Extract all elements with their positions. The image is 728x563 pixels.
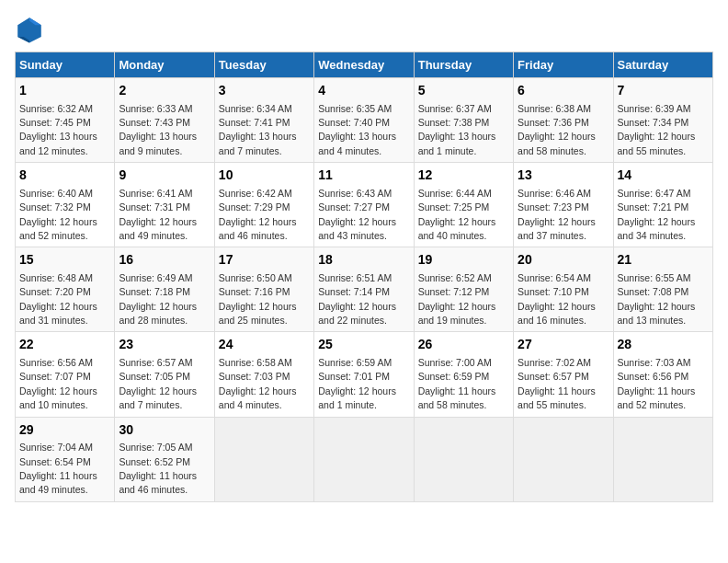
day-number: 7: [618, 82, 709, 100]
day-number: 20: [518, 251, 609, 270]
day-info: Sunrise: 6:41 AMSunset: 7:31 PMDaylight:…: [119, 188, 197, 241]
day-number: 5: [418, 82, 509, 100]
calendar-cell: 26 Sunrise: 7:00 AMSunset: 6:59 PMDaylig…: [414, 332, 513, 417]
day-number: 18: [318, 251, 409, 270]
col-tuesday: Tuesday: [214, 52, 313, 78]
day-number: 1: [19, 82, 110, 100]
day-number: 29: [19, 421, 110, 440]
calendar-cell: 9 Sunrise: 6:41 AMSunset: 7:31 PMDayligh…: [115, 163, 214, 247]
day-number: 12: [418, 167, 509, 185]
calendar-cell: 8 Sunrise: 6:40 AMSunset: 7:32 PMDayligh…: [16, 163, 115, 247]
calendar-week-row: 15 Sunrise: 6:48 AMSunset: 7:20 PMDaylig…: [16, 247, 713, 332]
day-info: Sunrise: 6:37 AMSunset: 7:38 PMDaylight:…: [418, 103, 496, 156]
calendar-week-row: 29 Sunrise: 7:04 AMSunset: 6:54 PMDaylig…: [16, 417, 713, 501]
calendar-cell: [414, 417, 513, 501]
day-number: 25: [318, 336, 409, 354]
calendar-cell: 24 Sunrise: 6:58 AMSunset: 7:03 PMDaylig…: [214, 332, 313, 417]
day-info: Sunrise: 7:04 AMSunset: 6:54 PMDaylight:…: [19, 442, 97, 495]
day-number: 24: [219, 336, 310, 354]
day-info: Sunrise: 6:55 AMSunset: 7:08 PMDaylight:…: [618, 272, 696, 326]
calendar-cell: 19 Sunrise: 6:52 AMSunset: 7:12 PMDaylig…: [414, 247, 513, 332]
calendar-table: Sunday Monday Tuesday Wednesday Thursday…: [15, 52, 713, 502]
calendar-cell: 23 Sunrise: 6:57 AMSunset: 7:05 PMDaylig…: [115, 332, 214, 417]
day-number: 9: [119, 167, 210, 185]
calendar-cell: 4 Sunrise: 6:35 AMSunset: 7:40 PMDayligh…: [314, 78, 414, 163]
day-info: Sunrise: 6:33 AMSunset: 7:43 PMDaylight:…: [119, 103, 197, 156]
day-number: 14: [618, 167, 709, 185]
calendar-cell: 21 Sunrise: 6:55 AMSunset: 7:08 PMDaylig…: [613, 247, 712, 332]
calendar-cell: 17 Sunrise: 6:50 AMSunset: 7:16 PMDaylig…: [214, 247, 313, 332]
calendar-cell: 25 Sunrise: 6:59 AMSunset: 7:01 PMDaylig…: [314, 332, 414, 417]
calendar-cell: 1 Sunrise: 6:32 AMSunset: 7:45 PMDayligh…: [16, 78, 115, 163]
logo: [15, 15, 48, 44]
day-number: 13: [518, 167, 609, 185]
calendar-cell: [314, 417, 414, 501]
day-info: Sunrise: 6:38 AMSunset: 7:36 PMDaylight:…: [518, 103, 596, 156]
day-info: Sunrise: 6:51 AMSunset: 7:14 PMDaylight:…: [318, 272, 396, 326]
day-number: 30: [119, 421, 210, 440]
calendar-cell: 29 Sunrise: 7:04 AMSunset: 6:54 PMDaylig…: [16, 417, 115, 501]
day-info: Sunrise: 6:57 AMSunset: 7:05 PMDaylight:…: [119, 357, 197, 410]
calendar-cell: 10 Sunrise: 6:42 AMSunset: 7:29 PMDaylig…: [214, 163, 313, 247]
day-info: Sunrise: 6:50 AMSunset: 7:16 PMDaylight:…: [219, 272, 297, 326]
calendar-cell: [514, 417, 613, 501]
day-info: Sunrise: 6:52 AMSunset: 7:12 PMDaylight:…: [418, 272, 496, 326]
calendar-cell: 2 Sunrise: 6:33 AMSunset: 7:43 PMDayligh…: [115, 78, 214, 163]
day-number: 3: [219, 82, 310, 100]
calendar-cell: 18 Sunrise: 6:51 AMSunset: 7:14 PMDaylig…: [314, 247, 414, 332]
day-info: Sunrise: 6:40 AMSunset: 7:32 PMDaylight:…: [19, 188, 97, 241]
col-sunday: Sunday: [16, 52, 115, 78]
col-friday: Friday: [514, 52, 613, 78]
day-info: Sunrise: 7:00 AMSunset: 6:59 PMDaylight:…: [418, 357, 496, 410]
day-number: 16: [119, 251, 210, 270]
day-info: Sunrise: 6:34 AMSunset: 7:41 PMDaylight:…: [219, 103, 297, 156]
day-number: 6: [518, 82, 609, 100]
day-info: Sunrise: 6:35 AMSunset: 7:40 PMDaylight:…: [318, 103, 396, 156]
calendar-cell: 7 Sunrise: 6:39 AMSunset: 7:34 PMDayligh…: [613, 78, 712, 163]
calendar-cell: 28 Sunrise: 7:03 AMSunset: 6:56 PMDaylig…: [613, 332, 712, 417]
calendar-cell: 27 Sunrise: 7:02 AMSunset: 6:57 PMDaylig…: [514, 332, 613, 417]
calendar-cell: 20 Sunrise: 6:54 AMSunset: 7:10 PMDaylig…: [514, 247, 613, 332]
calendar-cell: 3 Sunrise: 6:34 AMSunset: 7:41 PMDayligh…: [214, 78, 313, 163]
col-saturday: Saturday: [613, 52, 712, 78]
day-info: Sunrise: 7:03 AMSunset: 6:56 PMDaylight:…: [618, 357, 696, 410]
page-header: [15, 15, 713, 44]
day-number: 2: [119, 82, 210, 100]
calendar-cell: 22 Sunrise: 6:56 AMSunset: 7:07 PMDaylig…: [16, 332, 115, 417]
day-info: Sunrise: 6:48 AMSunset: 7:20 PMDaylight:…: [19, 272, 97, 326]
day-info: Sunrise: 6:46 AMSunset: 7:23 PMDaylight:…: [518, 188, 596, 241]
calendar-cell: 13 Sunrise: 6:46 AMSunset: 7:23 PMDaylig…: [514, 163, 613, 247]
day-number: 27: [518, 336, 609, 354]
calendar-week-row: 22 Sunrise: 6:56 AMSunset: 7:07 PMDaylig…: [16, 332, 713, 417]
day-number: 4: [318, 82, 409, 100]
day-number: 26: [418, 336, 509, 354]
day-number: 28: [618, 336, 709, 354]
calendar-cell: 5 Sunrise: 6:37 AMSunset: 7:38 PMDayligh…: [414, 78, 513, 163]
day-info: Sunrise: 7:05 AMSunset: 6:52 PMDaylight:…: [119, 442, 197, 495]
logo-icon: [15, 15, 44, 44]
calendar-cell: 14 Sunrise: 6:47 AMSunset: 7:21 PMDaylig…: [613, 163, 712, 247]
day-info: Sunrise: 6:39 AMSunset: 7:34 PMDaylight:…: [618, 103, 696, 156]
day-info: Sunrise: 6:44 AMSunset: 7:25 PMDaylight:…: [418, 188, 496, 241]
col-monday: Monday: [115, 52, 214, 78]
day-number: 8: [19, 167, 110, 185]
calendar-cell: 16 Sunrise: 6:49 AMSunset: 7:18 PMDaylig…: [115, 247, 214, 332]
calendar-cell: [613, 417, 712, 501]
day-number: 19: [418, 251, 509, 270]
svg-marker-0: [17, 17, 41, 42]
day-info: Sunrise: 6:56 AMSunset: 7:07 PMDaylight:…: [19, 357, 97, 410]
calendar-cell: 12 Sunrise: 6:44 AMSunset: 7:25 PMDaylig…: [414, 163, 513, 247]
calendar-week-row: 1 Sunrise: 6:32 AMSunset: 7:45 PMDayligh…: [16, 78, 713, 163]
calendar-cell: 11 Sunrise: 6:43 AMSunset: 7:27 PMDaylig…: [314, 163, 414, 247]
day-info: Sunrise: 6:59 AMSunset: 7:01 PMDaylight:…: [318, 357, 396, 410]
header-row: Sunday Monday Tuesday Wednesday Thursday…: [16, 52, 713, 78]
day-info: Sunrise: 6:58 AMSunset: 7:03 PMDaylight:…: [219, 357, 297, 410]
col-wednesday: Wednesday: [314, 52, 414, 78]
calendar-cell: 30 Sunrise: 7:05 AMSunset: 6:52 PMDaylig…: [115, 417, 214, 501]
day-info: Sunrise: 6:32 AMSunset: 7:45 PMDaylight:…: [19, 103, 97, 156]
day-info: Sunrise: 6:42 AMSunset: 7:29 PMDaylight:…: [219, 188, 297, 241]
calendar-cell: 6 Sunrise: 6:38 AMSunset: 7:36 PMDayligh…: [514, 78, 613, 163]
calendar-cell: 15 Sunrise: 6:48 AMSunset: 7:20 PMDaylig…: [16, 247, 115, 332]
day-number: 15: [19, 251, 110, 270]
day-info: Sunrise: 6:54 AMSunset: 7:10 PMDaylight:…: [518, 272, 596, 326]
